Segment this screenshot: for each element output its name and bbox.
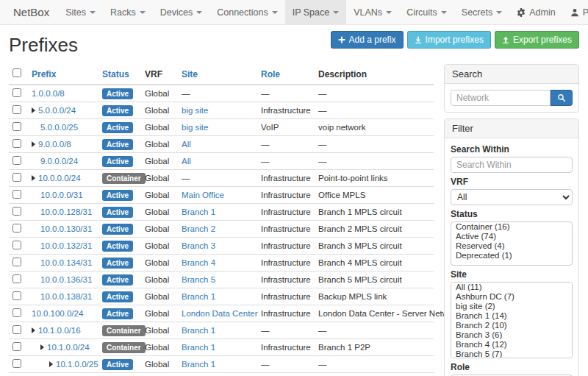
row-checkbox[interactable] bbox=[12, 207, 21, 216]
status-filter-list[interactable]: Container (16)Active (74)Reserved (4)Dep… bbox=[451, 221, 573, 266]
filter-option[interactable]: big site (2) bbox=[451, 302, 572, 311]
row-checkbox[interactable] bbox=[12, 190, 21, 199]
prefix-link[interactable]: 10.0.0.138/31 bbox=[40, 292, 92, 301]
expand-arrow-icon[interactable] bbox=[49, 361, 53, 367]
search-input[interactable] bbox=[451, 90, 551, 106]
site-link[interactable]: London Data Center bbox=[182, 309, 258, 318]
column-header-site[interactable]: Site bbox=[178, 64, 257, 85]
row-checkbox[interactable] bbox=[12, 156, 21, 165]
status-badge: Container bbox=[102, 342, 146, 353]
site-link[interactable]: big site bbox=[182, 123, 208, 132]
prefix-link[interactable]: 10.0.0.0/31 bbox=[40, 191, 83, 199]
prefix-link[interactable]: 9.0.0.0/8 bbox=[38, 140, 71, 149]
site-link[interactable]: Branch 1 bbox=[182, 343, 215, 352]
nav-item-sites[interactable]: Sites bbox=[58, 0, 103, 24]
prefix-link[interactable]: 1.0.0.0/8 bbox=[32, 89, 65, 98]
vrf-select[interactable]: All bbox=[451, 189, 573, 205]
prefix-link[interactable]: 10.1.0.0/25 bbox=[56, 360, 98, 369]
row-checkbox[interactable] bbox=[12, 258, 21, 266]
vrf-cell: Global bbox=[141, 272, 178, 288]
column-header-prefix[interactable]: Prefix bbox=[28, 64, 98, 85]
prefix-link[interactable]: 10.0.0.134/31 bbox=[40, 258, 92, 267]
expand-arrow-icon[interactable] bbox=[32, 141, 35, 147]
expand-arrow-icon[interactable] bbox=[32, 327, 35, 333]
row-checkbox[interactable] bbox=[12, 173, 21, 182]
brand[interactable]: NetBox bbox=[4, 0, 58, 24]
prefix-link[interactable]: 5.0.0.0/25 bbox=[40, 123, 78, 132]
filter-option[interactable]: Deprecated (1) bbox=[451, 251, 572, 260]
search-button[interactable] bbox=[551, 90, 573, 106]
site-link[interactable]: Branch 1 bbox=[182, 326, 215, 335]
nav-item-circuits[interactable]: Circuits bbox=[399, 0, 454, 24]
nav-item-ip-space[interactable]: IP Space bbox=[285, 0, 347, 24]
expand-arrow-icon[interactable] bbox=[40, 344, 44, 350]
row-checkbox[interactable] bbox=[12, 88, 21, 97]
prefix-link[interactable]: 10.0.100.0/24 bbox=[32, 309, 83, 318]
filter-option[interactable]: Branch 2 (10) bbox=[451, 321, 572, 330]
expand-arrow-icon[interactable] bbox=[32, 107, 35, 113]
nav-item-admin[interactable]: Admin bbox=[509, 0, 562, 24]
row-checkbox[interactable] bbox=[12, 359, 21, 368]
prefix-link[interactable]: 10.1.0.0/16 bbox=[38, 326, 81, 335]
site-link[interactable]: All bbox=[182, 140, 191, 149]
site-link[interactable]: Branch 1 bbox=[182, 360, 215, 369]
filter-option[interactable]: Container (16) bbox=[451, 222, 572, 232]
filter-option[interactable]: Branch 5 (7) bbox=[451, 350, 572, 358]
row-checkbox[interactable] bbox=[12, 325, 21, 334]
prefix-table: PrefixStatusVRFSiteRoleDescription 1.0.0… bbox=[9, 64, 434, 376]
row-checkbox[interactable] bbox=[12, 139, 21, 148]
site-link[interactable]: Branch 2 bbox=[182, 224, 215, 233]
row-checkbox[interactable] bbox=[12, 122, 21, 131]
filter-option[interactable]: Branch 4 (12) bbox=[451, 340, 572, 350]
site-link[interactable]: Branch 1 bbox=[182, 207, 215, 216]
site-link[interactable]: Branch 3 bbox=[182, 241, 215, 250]
export-icon bbox=[502, 36, 509, 43]
row-checkbox[interactable] bbox=[12, 308, 21, 317]
vrf-cell: Global bbox=[141, 373, 178, 376]
prefix-link[interactable]: 10.0.0.132/31 bbox=[40, 241, 92, 250]
row-checkbox[interactable] bbox=[12, 224, 21, 233]
filter-option[interactable]: Reserved (4) bbox=[451, 241, 572, 251]
filter-option[interactable]: All (11) bbox=[451, 283, 572, 292]
column-header-role[interactable]: Role bbox=[257, 64, 315, 85]
nav-item-secrets[interactable]: Secrets bbox=[454, 0, 509, 24]
export-prefixes-button[interactable]: Export prefixes bbox=[495, 31, 579, 49]
prefix-link[interactable]: 10.0.0.130/31 bbox=[40, 224, 92, 233]
prefix-link[interactable]: 10.0.0.128/31 bbox=[40, 207, 92, 216]
search-within-input[interactable] bbox=[451, 157, 573, 173]
row-checkbox[interactable] bbox=[12, 241, 21, 249]
prefix-link[interactable]: 10.1.0.0/24 bbox=[47, 343, 90, 352]
column-header-status[interactable]: Status bbox=[98, 64, 141, 85]
site-link[interactable]: big site bbox=[182, 106, 208, 115]
prefix-link[interactable]: 10.0.0.136/31 bbox=[40, 275, 92, 284]
nav-item-racks[interactable]: Racks bbox=[103, 0, 153, 24]
site-link[interactable]: Branch 1 bbox=[182, 292, 215, 301]
add-a-prefix-button[interactable]: Add a prefix bbox=[331, 31, 404, 49]
filter-option[interactable]: Branch 3 (6) bbox=[451, 330, 572, 340]
prefix-link[interactable]: 9.0.0.0/24 bbox=[40, 157, 78, 166]
site-link[interactable]: Branch 4 bbox=[182, 258, 215, 267]
site-link[interactable]: Branch 5 bbox=[182, 275, 215, 284]
nav-item-devices[interactable]: Devices bbox=[153, 0, 209, 24]
table-row: 10.0.0.138/31ActiveGlobalBranch 1Infrast… bbox=[9, 288, 434, 305]
filter-option[interactable]: Ashburn DC (7) bbox=[451, 292, 572, 302]
site-link[interactable]: All bbox=[182, 157, 191, 166]
select-all-checkbox[interactable] bbox=[12, 68, 21, 77]
nav-item-profile[interactable]: Profile bbox=[563, 0, 588, 24]
nav-item-connections[interactable]: Connections bbox=[209, 0, 285, 24]
row-checkbox[interactable] bbox=[12, 274, 21, 283]
prefix-indent: 10.1.0.0/16 bbox=[32, 326, 81, 335]
nav-item-vlans[interactable]: VLANs bbox=[346, 0, 399, 24]
row-checkbox[interactable] bbox=[12, 291, 21, 300]
prefix-link[interactable]: 10.0.0.0/24 bbox=[38, 174, 81, 182]
filter-option[interactable]: Branch 1 (14) bbox=[451, 311, 572, 321]
row-checkbox[interactable] bbox=[12, 342, 21, 351]
site-filter-list[interactable]: All (11)Ashburn DC (7)big site (2)Branch… bbox=[451, 282, 573, 358]
site-link[interactable]: Main Office bbox=[182, 191, 224, 199]
row-checkbox[interactable] bbox=[12, 105, 21, 114]
filter-option[interactable]: Active (74) bbox=[451, 232, 572, 241]
import-prefixes-button[interactable]: Import prefixes bbox=[407, 31, 491, 49]
prefix-link[interactable]: 5.0.0.0/24 bbox=[38, 106, 76, 115]
expand-arrow-icon[interactable] bbox=[32, 175, 35, 181]
role-label: Role bbox=[451, 362, 573, 373]
